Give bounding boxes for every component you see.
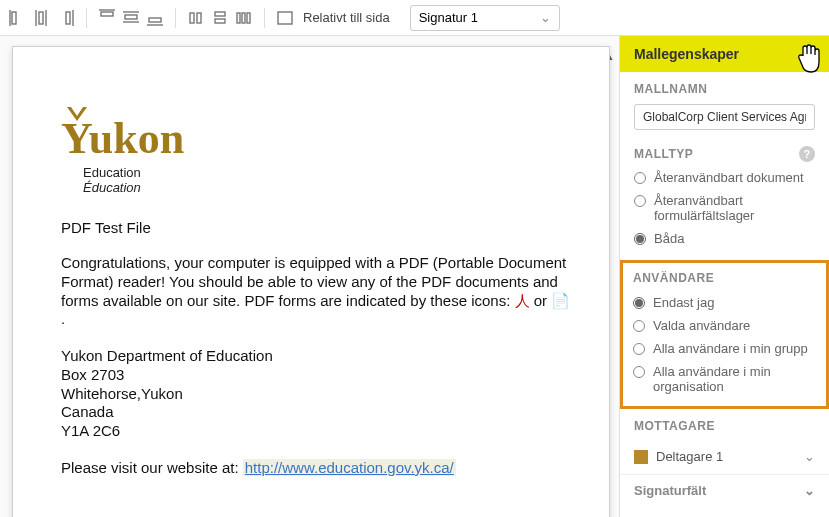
dist-c-icon[interactable] — [234, 8, 254, 28]
logo-sub-en: Education — [83, 165, 573, 180]
pdf-icon-1: 人 — [515, 292, 530, 309]
svg-rect-9 — [125, 15, 137, 19]
pdf-body-or: or — [530, 292, 552, 309]
align-a-icon[interactable] — [8, 8, 28, 28]
malltyp-option[interactable]: Återanvändbart dokument — [634, 170, 815, 185]
chevron-down-icon: ⌄ — [804, 483, 815, 498]
svg-rect-17 — [215, 19, 225, 23]
mottagare-title: MOTTAGARE — [620, 409, 829, 437]
malltyp-option[interactable]: Båda — [634, 231, 815, 246]
properties-panel: Mallegenskaper MALLNAMN MALLTYP ? Återan… — [619, 36, 829, 517]
signaturfalt-label: Signaturfält — [634, 483, 706, 498]
malltyp-option-label: Båda — [654, 231, 684, 246]
pdf-address: Yukon Department of Education Box 2703 W… — [61, 347, 573, 441]
svg-rect-16 — [215, 12, 225, 16]
dist-b-icon[interactable] — [210, 8, 230, 28]
radio-icon — [634, 195, 646, 207]
svg-rect-5 — [66, 12, 70, 24]
svg-rect-14 — [190, 13, 194, 23]
mottagare-value: Deltagare 1 — [656, 449, 723, 464]
radio-icon — [634, 233, 646, 245]
radio-icon — [633, 297, 645, 309]
svg-rect-15 — [197, 13, 201, 23]
align-f-icon[interactable] — [145, 8, 165, 28]
malltyp-title: MALLTYP — [634, 147, 693, 161]
svg-rect-19 — [242, 13, 245, 23]
mottagare-row[interactable]: Deltagare 1 ⌄ — [620, 445, 829, 474]
anvandare-option-label: Alla användare i min organisation — [653, 364, 816, 394]
pdf-visit-label: Please visit our website at: — [61, 459, 243, 476]
svg-text:Yukon: Yukon — [61, 114, 184, 163]
signaturfalt-row[interactable]: Signaturfält ⌄ — [620, 474, 829, 506]
anvandare-option-label: Valda användare — [653, 318, 750, 333]
radio-icon — [633, 320, 645, 332]
chevron-down-icon: ⌄ — [804, 449, 815, 464]
mallnamn-title: MALLNAMN — [634, 82, 815, 96]
anvandare-option[interactable]: Endast jag — [633, 295, 816, 310]
document-page: Yukon Education Éducation PDF Test File … — [12, 46, 610, 517]
pdf-website-link[interactable]: http://www.education.gov.yk.ca/ — [243, 459, 456, 476]
pdf-body-1: Congratulations, your computer is equipp… — [61, 254, 566, 309]
svg-rect-0 — [12, 12, 16, 24]
svg-rect-12 — [149, 18, 161, 22]
anvandare-option[interactable]: Valda användare — [633, 318, 816, 333]
align-d-icon[interactable] — [97, 8, 117, 28]
signature-dropdown[interactable]: Signatur 1 ⌄ — [410, 5, 560, 31]
yukon-logo: Yukon — [61, 107, 201, 165]
svg-rect-20 — [247, 13, 250, 23]
anvandare-title: ANVÄNDARE — [633, 271, 816, 285]
anvandare-option[interactable]: Alla användare i min grupp — [633, 341, 816, 356]
pdf-body: Congratulations, your computer is equipp… — [61, 254, 573, 329]
anvandare-option-label: Endast jag — [653, 295, 714, 310]
svg-rect-21 — [278, 12, 292, 24]
pdf-body-period: . — [61, 310, 65, 327]
svg-rect-2 — [39, 12, 43, 24]
panel-header[interactable]: Mallegenskaper — [620, 36, 829, 72]
anvandare-highlight-box: ANVÄNDARE Endast jagValda användareAlla … — [620, 260, 829, 409]
anvandare-option-label: Alla användare i min grupp — [653, 341, 808, 356]
pdf-icon-2: 📄 — [551, 292, 570, 309]
relative-rect-icon[interactable] — [275, 8, 295, 28]
malltyp-option-label: Återanvändbart dokument — [654, 170, 804, 185]
anvandare-option[interactable]: Alla användare i min organisation — [633, 364, 816, 394]
dist-a-icon[interactable] — [186, 8, 206, 28]
align-e-icon[interactable] — [121, 8, 141, 28]
align-b-icon[interactable] — [32, 8, 52, 28]
radio-icon — [634, 172, 646, 184]
participant-color-icon — [634, 450, 648, 464]
relative-label: Relativt till sida — [303, 10, 390, 25]
help-icon[interactable]: ? — [799, 146, 815, 162]
logo-sub-fr: Éducation — [83, 180, 573, 195]
cursor-hand-icon — [795, 42, 825, 76]
svg-rect-7 — [101, 12, 113, 16]
align-c-icon[interactable] — [56, 8, 76, 28]
malltyp-option[interactable]: Återanvändbart formulärfältslager — [634, 193, 815, 223]
panel-header-label: Mallegenskaper — [634, 46, 739, 62]
malltyp-option-label: Återanvändbart formulärfältslager — [654, 193, 815, 223]
radio-icon — [633, 366, 645, 378]
svg-rect-18 — [237, 13, 240, 23]
mallnamn-input[interactable] — [634, 104, 815, 130]
signature-dropdown-value: Signatur 1 — [419, 10, 478, 25]
pdf-title: PDF Test File — [61, 219, 573, 236]
radio-icon — [633, 343, 645, 355]
chevron-down-icon: ⌄ — [540, 10, 551, 25]
